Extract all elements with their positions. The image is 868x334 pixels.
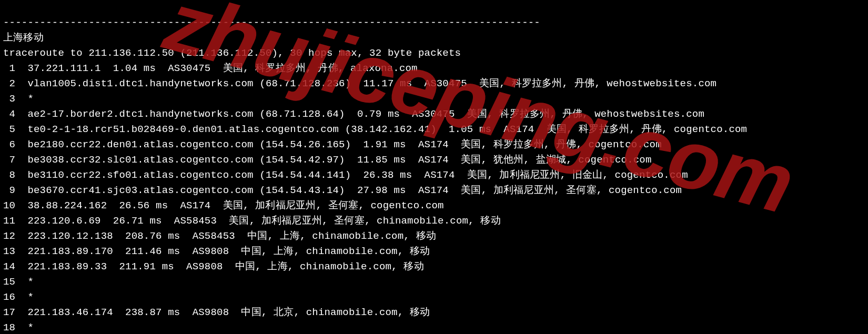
hop-list: 1 37.221.111.1 1.04 ms AS30475 美国, 科罗拉多州… <box>3 61 865 334</box>
terminal-output: ----------------------------------------… <box>0 0 868 334</box>
traceroute-header: traceroute to 211.136.112.50 (211.136.11… <box>3 47 461 59</box>
route-title: 上海移动 <box>3 32 44 44</box>
separator-line: ----------------------------------------… <box>3 17 540 28</box>
